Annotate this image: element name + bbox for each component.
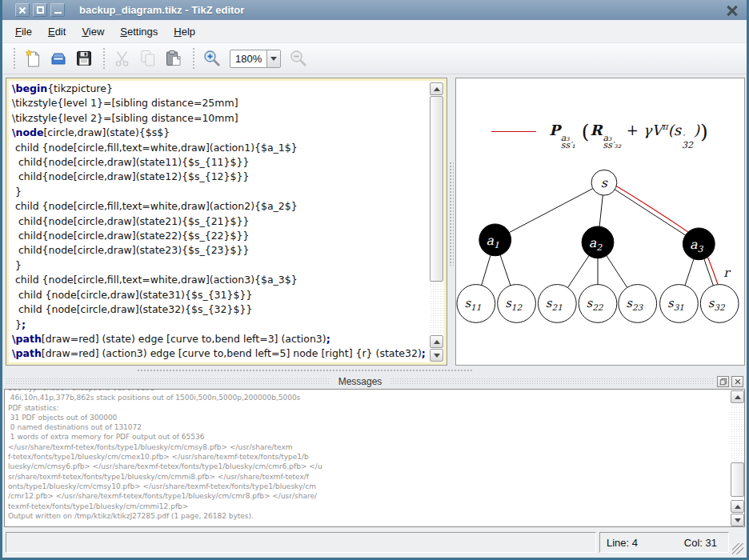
formula-R-scripts: a₃ss′₃₂ [603, 134, 621, 149]
reward-label: r [723, 266, 731, 280]
node-s31: s31 [660, 285, 699, 323]
open-file-button[interactable] [46, 46, 71, 71]
code-line[interactable]: }; [12, 318, 430, 332]
vertical-splitter[interactable] [447, 78, 455, 366]
save-file-icon [74, 49, 94, 68]
close-button[interactable] [15, 3, 30, 17]
close-x-right-button[interactable] [724, 3, 740, 18]
code-line[interactable]: child{node[circle,draw](state12){$s_{12}… [12, 170, 430, 184]
toolbar-separator [100, 48, 106, 69]
titlebar[interactable]: backup_diagram.tikz - TikZ editor [2, 0, 747, 20]
code-line[interactable]: child {node[circle,draw](state32){$s_{32… [12, 302, 430, 317]
preview-pane: s a1 a2 a3 s11 [455, 78, 745, 366]
cut-button[interactable] [110, 46, 135, 71]
code-line[interactable]: child{node[circle,draw](state21){$s_{21}… [12, 214, 430, 229]
code-line[interactable]: child {node[circle,draw](state31){$s_{31… [12, 288, 430, 302]
formula-plus: + [627, 122, 639, 138]
messages-panel: 586 hyphenation exceptions out of 8191 4… [4, 389, 745, 527]
dock-float-button[interactable] [717, 376, 729, 387]
code-line[interactable]: \node[circle,draw](state){$s$} [12, 126, 430, 140]
window-title: backup_diagram.tikz - TikZ editor [79, 4, 724, 16]
node-a1: a1 [479, 224, 511, 256]
code-line[interactable]: child{node[circle,draw](state11){$s_{11}… [12, 155, 430, 170]
zoom-combobox-dropdown[interactable] [266, 50, 280, 67]
arrow-up-icon [735, 505, 741, 509]
code-line[interactable]: child{node[circle,draw](state23){$s_{23}… [12, 243, 430, 258]
log-line: PDF statistics: [8, 403, 731, 413]
log-line: </usr/share/texmf-tetex/fonts/type1/blue… [8, 442, 731, 452]
scroll-up-button[interactable] [430, 82, 443, 95]
formula-arg-s: s [674, 122, 681, 138]
code-line[interactable]: \begin{tikzpicture} [12, 82, 430, 96]
minimize-button[interactable] [50, 3, 65, 17]
horizontal-splitter[interactable] [2, 367, 747, 374]
log-line: 0 named destinations out of 131072 [8, 422, 731, 432]
dock-close-button[interactable] [731, 376, 743, 387]
log-line: 1 words of extra memory for PDF output o… [8, 432, 731, 442]
maximize-button[interactable] [33, 3, 47, 17]
editor-scroll-track[interactable] [430, 96, 443, 334]
code-line[interactable]: } [12, 258, 430, 273]
messages-dock-titlebar[interactable]: Messages [2, 374, 747, 389]
code-line[interactable]: child{node[circle,draw](state22){$s_{22}… [12, 229, 430, 243]
scroll-up-button-2[interactable] [731, 500, 744, 513]
messages-scroll-track[interactable] [731, 404, 744, 498]
open-file-icon [49, 49, 68, 68]
node-s11: s11 [457, 285, 495, 323]
code-editor-pane[interactable]: \begin{tikzpicture}\tikzstyle{level 1}=[… [6, 78, 447, 366]
chevron-down-icon [270, 57, 277, 61]
messages-scrollbar[interactable] [731, 390, 744, 526]
formula-open-paren: ( [582, 120, 590, 143]
message-lines: 586 hyphenation exceptions out of 8191 4… [5, 389, 731, 526]
log-line: texmf-tetex/fonts/type1/bluesky/cm/cmmi1… [8, 502, 731, 511]
formula-pi: π [662, 122, 667, 132]
log-line: Output written on /tmp/ktikz/ktikzJ27285… [8, 511, 731, 521]
menu-file[interactable]: File [7, 22, 40, 42]
scroll-up-button-2[interactable] [430, 335, 443, 348]
copy-button[interactable] [135, 46, 161, 71]
menu-help[interactable]: Help [166, 22, 203, 42]
zoom-level-combobox[interactable]: 180% [230, 50, 281, 68]
formula-P: P [549, 122, 560, 138]
code-line[interactable]: child {node[circle,fill,text=white,draw]… [12, 273, 430, 287]
node-a3: a3 [683, 228, 715, 260]
zoom-out-button[interactable] [286, 46, 311, 71]
new-file-button[interactable] [20, 46, 46, 71]
code-line[interactable]: \path[draw=red] (action3) edge [curve to… [12, 346, 430, 361]
arrow-down-icon [434, 354, 440, 358]
node-s22: s22 [579, 285, 617, 323]
arrow-up-icon [735, 395, 741, 399]
toolbar-handle[interactable] [10, 48, 17, 69]
splitter-grip-dots [137, 369, 473, 373]
formula-arg-close: ) [694, 122, 699, 138]
messages-scroll-thumb[interactable] [731, 462, 744, 496]
zoom-in-button[interactable] [199, 46, 225, 71]
close-icon [18, 6, 26, 14]
editor-scroll-thumb[interactable] [430, 96, 443, 282]
splitter-grip-dots [449, 162, 454, 266]
resize-grip[interactable] [732, 543, 743, 554]
code-line[interactable]: child {node[circle,fill,text=white,draw]… [12, 141, 430, 155]
node-a2: a2 [582, 226, 614, 258]
menu-edit[interactable]: Edit [40, 22, 74, 42]
save-file-button[interactable] [71, 46, 97, 71]
code-line[interactable]: \path[draw=red] (state) edge [curve to,b… [12, 332, 430, 346]
log-line: /cmr12.pfb> </usr/share/texmf-tetex/font… [8, 491, 731, 501]
messages-dock-title: Messages [330, 376, 391, 387]
svg-text:s: s [601, 175, 608, 190]
code-line[interactable]: \tikzstyle{level 1}=[sibling distance=25… [12, 96, 430, 110]
code-line[interactable]: \tikzstyle{level 2}=[sibling distance=10… [12, 111, 430, 126]
paste-button[interactable] [161, 46, 186, 71]
editor-scrollbar[interactable] [430, 82, 443, 362]
code-line[interactable]: } [12, 185, 430, 199]
scroll-down-button[interactable] [731, 514, 744, 526]
formula-arg-scripts: ′32 [682, 134, 693, 149]
code-line[interactable]: child {node[circle,fill,text=white,draw]… [12, 199, 430, 214]
dock-texture [390, 378, 715, 386]
status-message-area [6, 532, 596, 553]
menu-view[interactable]: View [74, 22, 112, 42]
scroll-down-button[interactable] [430, 349, 443, 362]
menu-settings[interactable]: Settings [112, 22, 166, 42]
code-lines[interactable]: \begin{tikzpicture}\tikzstyle{level 1}=[… [10, 82, 430, 362]
scroll-up-button[interactable] [731, 390, 744, 403]
